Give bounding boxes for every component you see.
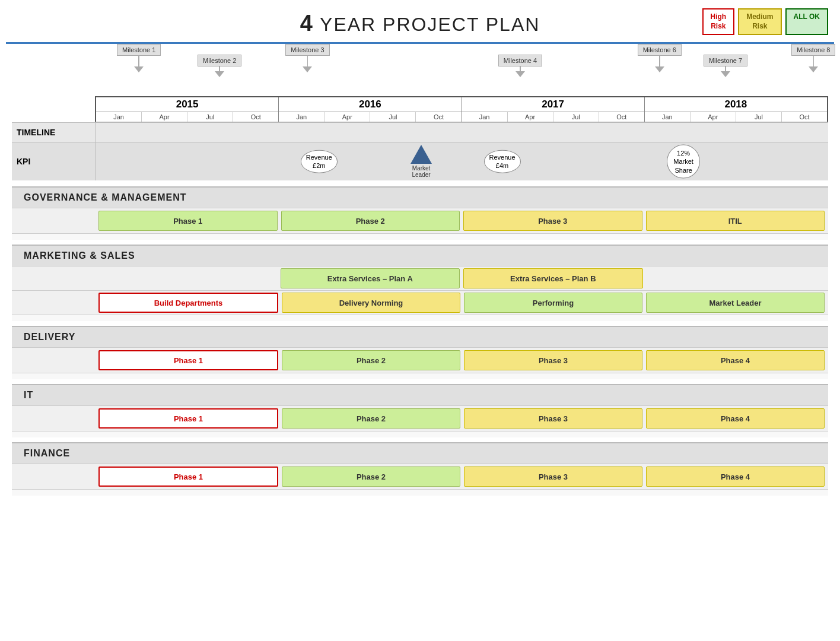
kpi-revenue-4m: Revenue£4m (484, 150, 521, 173)
month-2018-apr: Apr (691, 112, 736, 122)
milestone-6-stem (659, 56, 660, 66)
delivery-gap (12, 373, 828, 379)
marketing-phases-1: Extra Services – Plan A Extra Services –… (95, 268, 828, 288)
year-2015-months: Jan Apr Jul Oct (96, 112, 278, 122)
year-2017-block: 2017 Jan Apr Jul Oct (462, 97, 644, 122)
marketing-gap (12, 315, 828, 321)
finance-phase-3: Phase 3 (464, 467, 642, 487)
year-2017-label: 2017 (462, 97, 644, 112)
month-2017-oct: Oct (599, 112, 644, 122)
governance-phase-3: Phase 3 (463, 211, 642, 231)
kpi-market-share: 12%MarketShare (667, 145, 700, 179)
title-text: YEAR PROJECT PLAN (314, 14, 540, 35)
marketing-delivery-norming: Delivery Norming (282, 293, 460, 313)
delivery-header: DELIVERY (12, 326, 828, 347)
milestone-2-stem (219, 66, 220, 71)
legend-all-ok: ALL OK (785, 8, 828, 35)
marketing-extra-a: Extra Services – Plan A (281, 268, 460, 288)
milestone-8-label: Milestone 8 (791, 44, 835, 56)
marketing-extra-b: Extra Services – Plan B (463, 268, 643, 288)
it-header: IT (12, 384, 828, 405)
legend-high-risk: HighRisk (702, 8, 735, 35)
milestone-7: Milestone 7 (704, 55, 747, 77)
section-gap-4 (12, 379, 828, 384)
kpi-market-leader: MarketLeader (411, 145, 432, 178)
it-phase-2: Phase 2 (282, 408, 460, 429)
milestone-3-arrow (303, 66, 312, 72)
milestone-6: Milestone 6 (638, 44, 682, 72)
marketing-row-1: Extra Services – Plan A Extra Services –… (12, 266, 828, 290)
milestone-6-arrow (655, 66, 664, 72)
legend: HighRisk MediumRisk ALL OK (702, 8, 828, 35)
delivery-phase-2: Phase 2 (282, 350, 460, 370)
marketing-performing: Performing (464, 293, 642, 313)
milestone-4-label: Milestone 4 (498, 55, 542, 66)
milestone-3: Milestone 3 (285, 44, 329, 72)
milestone-4-arrow (516, 71, 525, 77)
milestone-3-stem (307, 56, 308, 66)
page-title: 4 YEAR PROJECT PLAN (300, 11, 540, 36)
finance-phases: Phase 1 Phase 2 Phase 3 Phase 4 (95, 467, 828, 487)
governance-phase-2: Phase 2 (281, 211, 460, 231)
month-2016-apr: Apr (324, 112, 370, 122)
month-2016-oct: Oct (416, 112, 461, 122)
month-2018-jan: Jan (645, 112, 691, 122)
year-2016-months: Jan Apr Jul Oct (279, 112, 461, 122)
milestone-4: Milestone 4 (498, 55, 542, 77)
finance-gap (12, 490, 828, 496)
marketing-empty-2 (647, 268, 825, 288)
milestone-7-arrow (721, 71, 730, 77)
kpi-market-share-shape: 12%MarketShare (667, 145, 700, 179)
year-2017-months: Jan Apr Jul Oct (462, 112, 644, 122)
governance-header: GOVERNANCE & MANAGEMENT (12, 186, 828, 208)
kpi-market-leader-label: MarketLeader (412, 165, 430, 178)
kpi-cells: Revenue£2m MarketLeader Revenue£4m 12%Ma… (95, 142, 828, 180)
milestone-1-arrow (134, 66, 144, 72)
delivery-phase-4: Phase 4 (646, 350, 825, 370)
it-phase-3: Phase 3 (464, 408, 642, 429)
kpi-label: KPI (12, 154, 95, 169)
title-number: 4 (300, 11, 314, 36)
year-2015-label: 2015 (96, 97, 278, 112)
finance-header: FINANCE (12, 442, 828, 464)
milestone-2-arrow (215, 71, 224, 77)
year-2015-block: 2015 Jan Apr Jul Oct (95, 97, 278, 122)
year-2018-label: 2018 (645, 97, 827, 112)
milestone-2-label: Milestone 2 (198, 55, 241, 66)
milestone-2: Milestone 2 (198, 55, 241, 77)
years-row: 2015 Jan Apr Jul Oct 2016 Jan Apr Jul Oc… (95, 96, 828, 122)
timeline-label: TIMELINE (12, 125, 95, 139)
month-2016-jul: Jul (370, 112, 416, 122)
milestone-8: Milestone 8 (791, 44, 835, 72)
main-content: Milestone 1 Milestone 2 Milestone 3 Mile… (0, 44, 840, 496)
kpi-revenue-2m: Revenue£2m (301, 150, 338, 173)
it-spacer (12, 408, 95, 429)
milestone-area: Milestone 1 Milestone 2 Milestone 3 Mile… (95, 44, 828, 96)
kpi-market-leader-triangle (411, 145, 432, 164)
kpi-row: KPI Revenue£2m MarketLeader Revenue£4m 1… (12, 142, 828, 180)
milestone-area-wrapper: Milestone 1 Milestone 2 Milestone 3 Mile… (12, 44, 828, 96)
finance-phase-2: Phase 2 (282, 467, 460, 487)
governance-itil: ITIL (646, 211, 825, 231)
page-header: 4 YEAR PROJECT PLAN HighRisk MediumRisk … (0, 0, 840, 42)
delivery-phase-1: Phase 1 (98, 350, 278, 370)
month-2015-jul: Jul (187, 112, 233, 122)
month-2017-jul: Jul (553, 112, 599, 122)
governance-phases: Phase 1 Phase 2 Phase 3 ITIL (95, 211, 828, 231)
year-2018-block: 2018 Jan Apr Jul Oct (644, 97, 828, 122)
year-2016-block: 2016 Jan Apr Jul Oct (278, 97, 461, 122)
month-2018-jul: Jul (736, 112, 782, 122)
month-2016-jan: Jan (279, 112, 324, 122)
section-gap-3 (12, 321, 828, 326)
kpi-revenue-4m-shape: Revenue£4m (484, 150, 521, 173)
governance-phase-row: Phase 1 Phase 2 Phase 3 ITIL (12, 208, 828, 234)
finance-phase-row: Phase 1 Phase 2 Phase 3 Phase 4 (12, 464, 828, 490)
it-phase-row: Phase 1 Phase 2 Phase 3 Phase 4 (12, 405, 828, 431)
marketing-build-dept: Build Departments (98, 293, 278, 313)
delivery-phase-3: Phase 3 (464, 350, 642, 370)
year-spacer (12, 96, 95, 122)
marketing-empty-1 (98, 268, 277, 288)
month-2015-oct: Oct (233, 112, 278, 122)
section-gap-5 (12, 437, 828, 442)
governance-phase-1: Phase 1 (98, 211, 278, 231)
